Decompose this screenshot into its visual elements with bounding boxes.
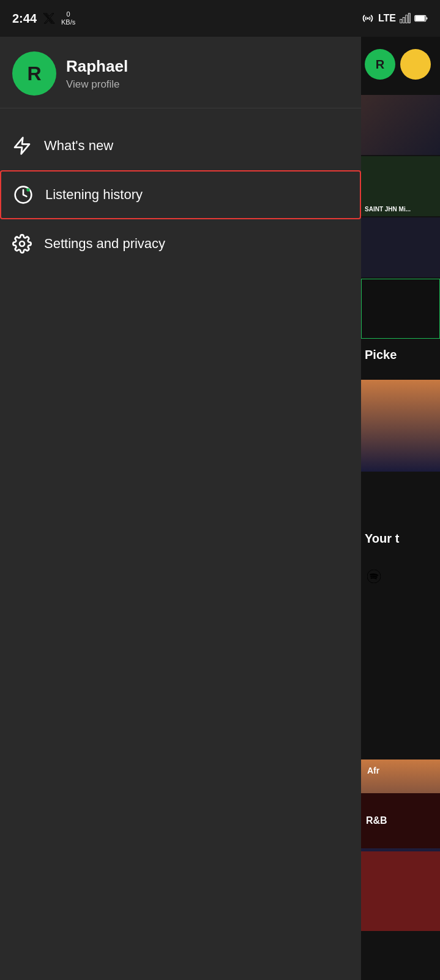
hotspot-icon	[361, 12, 375, 25]
signal-icon	[400, 13, 411, 24]
whats-new-label: What's new	[44, 138, 113, 154]
menu-item-listening-history[interactable]: Listening history	[0, 170, 361, 219]
right-card-playlist	[361, 564, 440, 723]
svg-rect-4	[408, 13, 410, 23]
status-icons: LTE	[361, 12, 428, 25]
afr-label: Afr	[367, 766, 379, 775]
menu-list: What's new Listening history Settings an…	[0, 123, 361, 267]
svg-point-9	[26, 188, 29, 191]
right-img-2: SAINT JHN Mi...	[361, 156, 440, 216]
clock-icon	[13, 185, 33, 205]
main-app-background: R SAINT JHN Mi... Picke Afr Your t	[361, 0, 440, 980]
profile-section[interactable]: R Raphael View profile	[0, 37, 361, 108]
spotify-icon	[367, 570, 381, 583]
menu-item-settings[interactable]: Settings and privacy	[0, 221, 361, 267]
svg-rect-1	[400, 20, 402, 23]
right-avatar-yellow	[400, 49, 431, 80]
listening-history-label: Listening history	[45, 187, 143, 203]
drawer-menu: R Raphael View profile What's new Listen…	[0, 0, 361, 980]
svg-rect-2	[403, 18, 405, 23]
status-time: 2:44	[12, 12, 37, 26]
view-profile-link[interactable]: View profile	[66, 78, 128, 91]
right-img-2-label: SAINT JHN Mi...	[365, 206, 411, 213]
svg-point-10	[20, 241, 24, 246]
avatar: R	[12, 51, 56, 96]
kb-indicator: 0 KB/s	[61, 10, 75, 26]
svg-point-0	[367, 17, 369, 20]
profile-text: Raphael View profile	[66, 57, 128, 91]
x-icon	[43, 12, 55, 24]
lightning-icon	[12, 136, 32, 156]
settings-label: Settings and privacy	[44, 236, 165, 252]
right-image-list: SAINT JHN Mi...	[361, 95, 440, 339]
menu-item-whats-new[interactable]: What's new	[0, 123, 361, 169]
gear-icon	[12, 234, 32, 254]
profile-name: Raphael	[66, 57, 128, 76]
right-card-rb: R&B	[361, 793, 440, 848]
picks-heading: Picke	[361, 343, 440, 367]
right-avatar-green: R	[365, 49, 395, 80]
svg-marker-7	[15, 138, 29, 154]
lte-label: LTE	[378, 13, 396, 24]
right-card-lana	[361, 851, 440, 931]
your-top-heading: Your t	[361, 527, 440, 551]
right-card-picks: Afr	[361, 380, 440, 472]
battery-icon	[414, 14, 428, 23]
status-bar: 2:44 0 KB/s LTE	[0, 0, 440, 37]
svg-rect-3	[406, 15, 408, 23]
top-avatars: R	[361, 44, 440, 85]
right-img-4	[361, 279, 440, 339]
svg-rect-6	[416, 16, 425, 21]
right-img-3	[361, 217, 440, 277]
right-img-1	[361, 95, 440, 155]
